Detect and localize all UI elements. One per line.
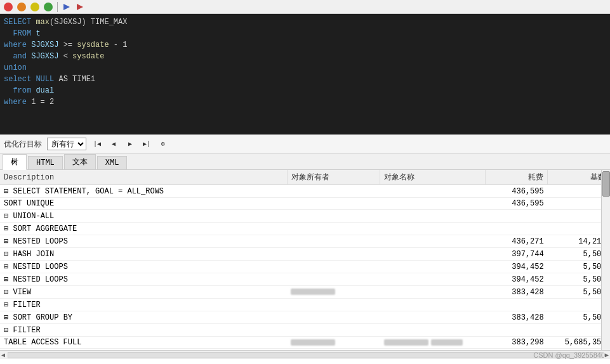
cell-name	[380, 324, 486, 337]
cell-name	[380, 261, 486, 273]
icon-red[interactable]	[3, 1, 14, 13]
tab-text[interactable]: 文本	[64, 154, 96, 169]
cell-owner	[287, 185, 380, 198]
col-header-card: 基数	[548, 170, 610, 185]
cell-owner	[287, 261, 380, 273]
icon-orange[interactable]	[16, 1, 27, 13]
cell-owner	[287, 324, 380, 337]
table-row[interactable]: ⊟ HASH JOIN397,7445,503	[0, 248, 610, 261]
cell-owner	[287, 337, 380, 349]
nav-prev-btn[interactable]: ◀	[108, 138, 119, 150]
cell-name	[380, 273, 486, 286]
tab-html[interactable]: HTML	[28, 156, 63, 169]
table-row[interactable]: ⊟ NESTED LOOPS436,27114,214	[0, 235, 610, 248]
cell-owner	[287, 286, 380, 299]
toolbar	[0, 0, 610, 14]
table-row[interactable]: ⊟ SORT GROUP BY383,4285,503	[0, 311, 610, 324]
cell-cost: 394,452	[486, 273, 548, 286]
svg-marker-5	[77, 4, 83, 10]
cell-card: 5,503	[548, 273, 610, 286]
table-row[interactable]: ⊟ SELECT STATEMENT, GOAL = ALL_ROWS436,5…	[0, 185, 610, 198]
table-row[interactable]: ─ INDEX RANGE SCAN21	[0, 349, 610, 351]
nav-next-btn[interactable]: ▶	[124, 138, 136, 150]
nav-last-btn[interactable]: ▶|	[141, 138, 152, 150]
table-row[interactable]: ⊟ FILTER	[0, 324, 610, 337]
col-header-owner: 对象所有者	[287, 170, 380, 185]
col-header-name: 对象名称	[380, 170, 486, 185]
cell-card: 2	[548, 198, 610, 210]
table-row[interactable]: ⊟ UNION-ALL	[0, 210, 610, 223]
cell-description: ⊟ FILTER	[0, 299, 287, 311]
cell-cost: 383,298	[486, 337, 548, 349]
svg-point-1	[17, 3, 26, 11]
execution-plan-table: Description 对象所有者 对象名称 耗费 基数 ⊟ SELECT ST…	[0, 170, 610, 350]
cell-card: 2	[548, 185, 610, 198]
icon-green[interactable]	[43, 1, 54, 13]
right-scrollbar[interactable]	[601, 170, 610, 350]
cell-card: 5,503	[548, 311, 610, 324]
nav-settings-btn[interactable]: ⚙	[157, 138, 169, 150]
cell-owner	[287, 210, 380, 223]
cell-cost: 397,744	[486, 248, 548, 261]
tabs-bar: 树 HTML 文本 XML	[0, 153, 610, 170]
separator	[57, 2, 58, 12]
table-row[interactable]: SORT UNIQUE436,5952	[0, 198, 610, 210]
optimizer-select[interactable]: 所有行 第一行	[47, 138, 86, 150]
cell-description: ─ INDEX RANGE SCAN	[0, 349, 287, 351]
cell-name	[380, 311, 486, 324]
cell-name	[380, 337, 486, 349]
cell-cost	[486, 324, 548, 337]
cell-name	[380, 223, 486, 235]
cell-card: 14,214	[548, 235, 610, 248]
bottom-scrollbar[interactable]: ◀ ▶	[0, 350, 610, 359]
cell-description: ⊟ HASH JOIN	[0, 248, 287, 261]
svg-point-2	[30, 3, 39, 11]
optimizer-label: 优化行目标	[4, 139, 42, 150]
cell-description: ⊟ SELECT STATEMENT, GOAL = ALL_ROWS	[0, 185, 287, 198]
cell-name	[380, 210, 486, 223]
cell-description: ⊟ FILTER	[0, 324, 287, 337]
cell-name	[380, 299, 486, 311]
cell-owner	[287, 349, 380, 351]
tree-table[interactable]: Description 对象所有者 对象名称 耗费 基数 ⊟ SELECT ST…	[0, 170, 610, 350]
icon-yellow[interactable]	[29, 1, 41, 13]
cell-cost	[486, 223, 548, 235]
cell-cost: 383,428	[486, 286, 548, 299]
cell-cost: 436,595	[486, 198, 548, 210]
table-row[interactable]: ⊟ NESTED LOOPS394,4525,503	[0, 273, 610, 286]
scroll-thumb[interactable]	[602, 171, 610, 197]
cell-description: ⊟ NESTED LOOPS	[0, 273, 287, 286]
cell-owner	[287, 198, 380, 210]
arrow-right-icon[interactable]	[61, 1, 72, 13]
cell-name	[380, 185, 486, 198]
cell-card: 5,503	[548, 248, 610, 261]
tab-tree[interactable]: 树	[3, 154, 27, 170]
cell-description: ⊟ SORT GROUP BY	[0, 311, 287, 324]
horizontal-scroll-track[interactable]	[8, 352, 602, 358]
col-header-cost: 耗费	[486, 170, 548, 185]
svg-point-0	[4, 3, 13, 11]
sql-editor[interactable]: SELECT max(SJGXSJ) TIME_MAX FROM t where…	[0, 14, 610, 134]
table-row[interactable]: TABLE ACCESS FULL383,2985,685,354	[0, 337, 610, 349]
table-row[interactable]: ⊟ FILTER	[0, 299, 610, 311]
arrow-right-red-icon[interactable]	[74, 1, 86, 13]
cell-card: 1	[548, 349, 610, 351]
svg-point-3	[44, 3, 53, 11]
nav-first-btn[interactable]: |◀	[91, 138, 103, 150]
cell-owner	[287, 235, 380, 248]
cell-card	[548, 223, 610, 235]
table-row[interactable]: ⊟ VIEW383,4285,503	[0, 286, 610, 299]
tab-xml[interactable]: XML	[97, 156, 128, 169]
cell-cost: 383,428	[486, 311, 548, 324]
cell-owner	[287, 223, 380, 235]
cell-description: ⊟ VIEW	[0, 286, 287, 299]
table-header-row: Description 对象所有者 对象名称 耗费 基数	[0, 170, 610, 185]
cell-card: 5,503	[548, 261, 610, 273]
cell-cost: 436,595	[486, 185, 548, 198]
table-row[interactable]: ⊟ SORT AGGREGATE	[0, 223, 610, 235]
cell-cost	[486, 299, 548, 311]
table-row[interactable]: ⊟ NESTED LOOPS394,4525,503	[0, 261, 610, 273]
cell-name	[380, 349, 486, 351]
cell-description: ⊟ SORT AGGREGATE	[0, 223, 287, 235]
cell-name	[380, 248, 486, 261]
